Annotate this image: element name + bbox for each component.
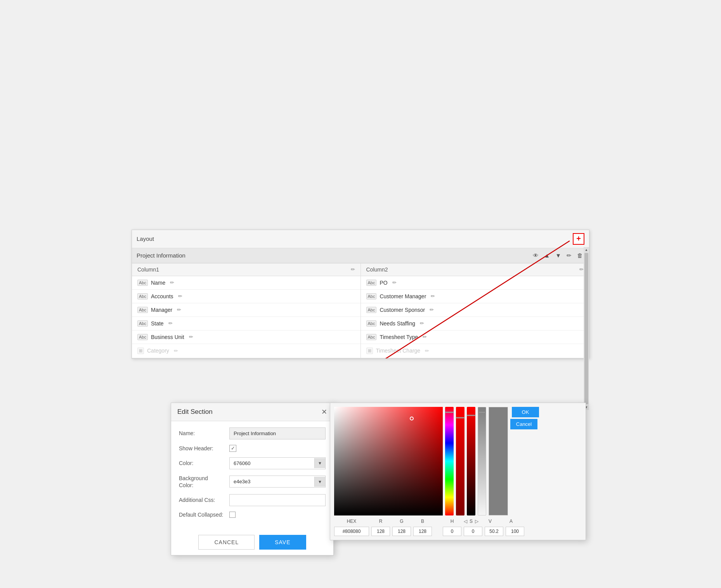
additional-css-label: Additional Css:	[179, 497, 225, 503]
delete-section-button[interactable]: 🗑	[575, 251, 584, 259]
field-edit-icon[interactable]: ✏	[392, 280, 397, 285]
field-edit-icon[interactable]: ✏	[178, 293, 182, 299]
field-edit-icon[interactable]: ✏	[189, 334, 193, 340]
field-name: Customer Manager	[380, 293, 426, 299]
color-input[interactable]	[230, 458, 314, 469]
color-picker-action-buttons: OK Cancel	[510, 407, 539, 515]
hex-input[interactable]	[334, 527, 369, 536]
add-section-button[interactable]: +	[573, 233, 584, 245]
list-item: Abc Business Unit ✏	[132, 330, 360, 344]
field-type-icon: Abc	[366, 334, 377, 340]
color-dropdown-arrow[interactable]: ▼	[314, 458, 325, 468]
show-header-row: Show Header: ✓	[179, 445, 326, 452]
field-name: Name	[151, 280, 165, 286]
edit-section-button[interactable]: ✏	[565, 251, 573, 260]
field-name: Timesheet Type	[380, 334, 418, 340]
column-2: Column2 ✏ Abc PO ✏ Abc Customer Manager …	[361, 263, 589, 358]
gradient-cursor[interactable]	[410, 417, 414, 420]
list-item: ⊞ Timesheet Charge ✏	[361, 344, 589, 358]
color-picker-top: OK Cancel	[334, 407, 582, 515]
mode-next-icon[interactable]: ▷	[475, 519, 478, 524]
scrollbar[interactable]: ▲ ▼	[584, 247, 589, 410]
list-item: Abc Customer Manager ✏	[361, 290, 589, 303]
field-name: Accounts	[151, 293, 173, 299]
field-type-icon: ⊞	[137, 348, 144, 354]
column1-edit-icon[interactable]: ✏	[351, 266, 355, 272]
bg-color-label: BackgroundColor:	[179, 475, 225, 489]
eye-icon-button[interactable]: 👁	[531, 251, 540, 259]
field-edit-icon[interactable]: ✏	[174, 348, 178, 354]
move-down-button[interactable]: ▼	[554, 251, 563, 259]
edit-section-dialog: Edit Section ✕ Name: Show Header: ✓ Colo…	[171, 403, 334, 555]
field-name: Business Unit	[151, 334, 184, 340]
additional-css-input[interactable]	[229, 494, 326, 506]
field-type-icon: Abc	[137, 280, 148, 286]
list-item: Abc State ✏	[132, 317, 360, 330]
field-type-icon: Abc	[137, 293, 148, 299]
column1-header: Column1 ✏	[132, 263, 360, 276]
list-item: Abc PO ✏	[361, 276, 589, 290]
cancel-button[interactable]: CANCEL	[198, 535, 255, 550]
r-label: R	[371, 519, 390, 524]
column1-label: Column1	[137, 266, 159, 273]
field-type-icon: Abc	[137, 334, 148, 340]
field-edit-icon[interactable]: ✏	[431, 293, 435, 299]
color-picker-ok-button[interactable]: OK	[512, 407, 539, 417]
field-edit-icon[interactable]: ✏	[168, 320, 173, 326]
field-name: Category	[147, 348, 169, 354]
color-gradient-area[interactable]	[334, 407, 443, 515]
field-edit-icon[interactable]: ✏	[423, 334, 427, 340]
list-item: Abc Timesheet Type ✏	[361, 330, 589, 344]
list-item: Abc Manager ✏	[132, 303, 360, 317]
field-name: Needs Staffing	[380, 320, 415, 327]
default-collapsed-checkbox[interactable]	[229, 512, 236, 518]
additional-css-row: Additional Css:	[179, 494, 326, 506]
mode-prev-icon[interactable]: ◁	[464, 519, 467, 524]
field-type-icon: Abc	[366, 280, 377, 286]
checkmark-icon: ✓	[231, 445, 235, 451]
g-input[interactable]	[392, 527, 411, 536]
show-header-label: Show Header:	[179, 445, 225, 451]
list-item: Abc Name ✏	[132, 276, 360, 290]
color-row: Color: ▼	[179, 457, 326, 469]
color-label: Color:	[179, 460, 225, 466]
column2-edit-icon[interactable]: ✏	[579, 266, 584, 272]
a-input[interactable]	[506, 527, 524, 536]
alpha-strip[interactable]	[478, 407, 486, 515]
field-name: State	[151, 320, 164, 327]
color-swatch	[489, 407, 508, 515]
saturation-strip[interactable]	[456, 407, 464, 515]
bg-color-dropdown-arrow[interactable]: ▼	[314, 477, 325, 487]
section-row: Project Information 👁 ▲ ▼ ✏ 🗑	[132, 248, 589, 263]
color-picker-cancel-button[interactable]: Cancel	[510, 419, 537, 429]
field-edit-icon[interactable]: ✏	[420, 320, 424, 326]
hue-strip[interactable]	[445, 407, 454, 515]
field-name: PO	[380, 280, 387, 286]
a-label: A	[502, 519, 520, 524]
color-input-wrapper: ▼	[229, 457, 326, 469]
layout-header: Layout +	[132, 230, 589, 248]
color-picker-bottom: HEX R G B H ◁ S ▷ V A	[334, 519, 582, 536]
move-up-button[interactable]: ▲	[542, 251, 551, 259]
default-collapsed-row: Default Collapsed:	[179, 512, 326, 518]
dialog-header: Edit Section ✕	[171, 403, 333, 421]
field-edit-icon[interactable]: ✏	[425, 348, 429, 354]
b-input[interactable]	[413, 527, 432, 536]
field-edit-icon[interactable]: ✏	[170, 280, 174, 285]
s-input[interactable]	[464, 527, 482, 536]
dialog-footer: CANCEL SAVE	[171, 529, 333, 555]
h-input[interactable]	[443, 527, 461, 536]
color-picker-fields: HEX R G B H ◁ S ▷ V A	[334, 519, 524, 536]
field-edit-icon[interactable]: ✏	[430, 307, 434, 313]
bg-color-input[interactable]	[230, 476, 314, 487]
dialog-close-button[interactable]: ✕	[321, 408, 327, 416]
r-input[interactable]	[371, 527, 390, 536]
show-header-checkbox[interactable]: ✓	[229, 445, 236, 452]
v-input[interactable]	[485, 527, 503, 536]
value-strip[interactable]	[467, 407, 475, 515]
field-type-icon: Abc	[366, 307, 377, 313]
name-input[interactable]	[229, 427, 326, 439]
field-name: Customer Sponsor	[380, 307, 425, 313]
field-edit-icon[interactable]: ✏	[177, 307, 181, 313]
save-button[interactable]: SAVE	[259, 535, 306, 550]
